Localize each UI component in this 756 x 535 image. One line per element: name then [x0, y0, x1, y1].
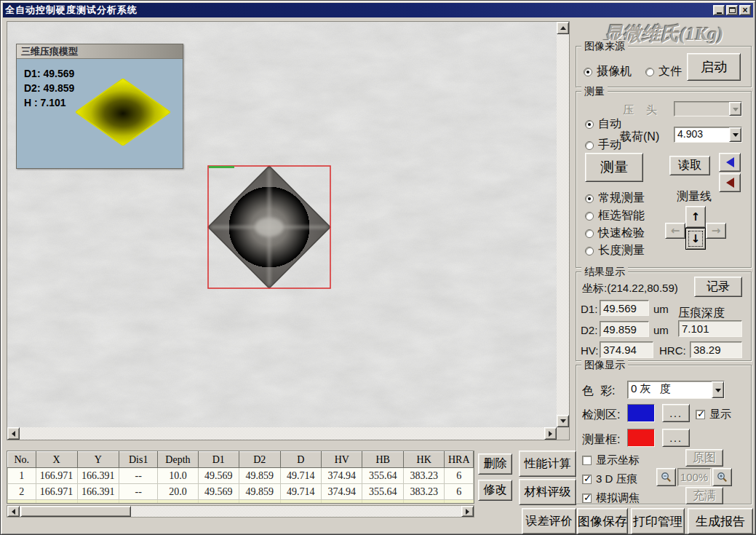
scroll-up-icon: [560, 26, 566, 30]
table-hscroll-thumb[interactable]: [20, 506, 131, 517]
radio-mode-length-label: 长度测量: [598, 243, 645, 258]
table-row[interactable]: 1166.971166.391--10.049.56949.85949.7143…: [8, 468, 474, 484]
d2-label: D2:: [581, 324, 597, 336]
radio-mode-box-smart[interactable]: 框选智能: [585, 208, 645, 223]
radio-camera[interactable]: 摄像机: [584, 64, 632, 79]
table-scroll-left-button[interactable]: [7, 506, 20, 517]
minimize-button[interactable]: [713, 5, 725, 15]
d1-field[interactable]: 49.569: [600, 300, 649, 316]
checkbox-3d-indent[interactable]: 3 D 压痕: [582, 472, 638, 486]
radio-file[interactable]: 文件: [645, 64, 682, 79]
column-header[interactable]: D: [280, 452, 321, 468]
measure-line-left-button[interactable]: ←: [665, 223, 685, 239]
measure-button[interactable]: 测量: [585, 153, 643, 182]
column-header[interactable]: X: [36, 452, 77, 468]
checkbox-show-coordinates[interactable]: 显示坐标: [582, 453, 640, 467]
group-results: 结果显示 坐标:(214.22,80.59) 记录 D1: 49.569 um …: [576, 272, 752, 361]
performance-calc-button[interactable]: 性能计算: [519, 451, 576, 477]
measure-line-up-button[interactable]: ↑: [685, 206, 706, 228]
image-hscroll-track[interactable]: [7, 427, 557, 440]
down-arrow-icon: ↓: [691, 232, 701, 245]
hv-label: HV:: [581, 344, 598, 357]
measure-line-down-button[interactable]: ↓: [685, 228, 706, 250]
indent-3d-panel-title[interactable]: 三维压痕模型: [17, 44, 183, 59]
column-header[interactable]: Depth: [158, 452, 198, 468]
print-manage-button[interactable]: 打印管理: [631, 508, 685, 534]
hrc-field[interactable]: 38.29: [690, 341, 742, 358]
group-results-legend: 结果显示: [581, 266, 628, 279]
scroll-left-button[interactable]: [7, 427, 20, 440]
depth-field[interactable]: 7.101: [678, 320, 742, 337]
measure-line-right-button[interactable]: →: [706, 223, 726, 239]
table-row[interactable]: 2166.971166.391--20.049.56949.85949.7143…: [8, 484, 474, 500]
checkbox-show-box: [696, 410, 705, 419]
radio-mode-normal[interactable]: 常规测量: [585, 191, 645, 206]
column-header[interactable]: HRA: [445, 452, 474, 468]
radio-mode-box-smart-label: 框选智能: [598, 208, 645, 223]
frame-color-swatch[interactable]: [627, 429, 655, 447]
checkbox-3d-indent-box: [582, 475, 592, 484]
scroll-right-button[interactable]: [544, 427, 557, 440]
back-button[interactable]: [719, 173, 741, 192]
detect-color-swatch[interactable]: [627, 404, 655, 422]
modify-button[interactable]: 修改: [478, 480, 512, 501]
image-vscrollbar: [557, 22, 569, 427]
radio-manual[interactable]: 手动: [585, 138, 621, 153]
radio-mode-quick-check[interactable]: 快速检验: [585, 226, 645, 241]
indent-3d-model: [76, 79, 170, 146]
generate-report-button[interactable]: 生成报告: [688, 508, 753, 534]
zoom-out-button[interactable]: [656, 468, 676, 486]
column-header[interactable]: Dis1: [119, 452, 157, 468]
d2-field[interactable]: 49.859: [600, 321, 649, 337]
delete-button[interactable]: 删除: [478, 453, 512, 475]
d1-label: D1:: [581, 303, 597, 315]
checkbox-show[interactable]: 显示: [696, 408, 731, 421]
scroll-down-button[interactable]: [557, 415, 569, 427]
radio-mode-length[interactable]: 长度测量: [585, 243, 645, 258]
record-button[interactable]: 记录: [694, 277, 742, 297]
error-eval-button[interactable]: 误差评价: [522, 508, 576, 534]
column-header[interactable]: D2: [239, 452, 280, 468]
hv-field[interactable]: 374.94: [600, 341, 653, 358]
maximize-button[interactable]: [726, 5, 738, 15]
zoom-in-button[interactable]: [712, 468, 732, 486]
load-dropdown-icon: [729, 127, 741, 142]
start-button[interactable]: 启动: [687, 53, 741, 81]
checkbox-simulate-focus[interactable]: 模拟调焦: [582, 491, 640, 505]
column-header[interactable]: HV: [322, 452, 362, 468]
column-header[interactable]: D1: [198, 452, 239, 468]
table-scroll-left-icon: [12, 509, 15, 515]
color-dropdown-icon: [712, 381, 724, 398]
close-button[interactable]: ×: [739, 5, 751, 15]
image-vscroll-track[interactable]: [557, 22, 569, 427]
column-header[interactable]: Y: [77, 452, 119, 468]
radio-mode-length-dot: [585, 247, 594, 255]
original-image-button[interactable]: 原图: [685, 449, 723, 467]
specimen-image[interactable]: 三维压痕模型 D1: 49.569 D2: 49.859 H : 7.101: [7, 22, 557, 427]
read-button[interactable]: 读取: [669, 156, 710, 175]
depth-label: 压痕深度: [678, 306, 725, 321]
save-image-button[interactable]: 图像保存: [577, 508, 628, 534]
fit-button[interactable]: 充满: [685, 487, 723, 504]
table-scroll-right-button[interactable]: [461, 506, 474, 517]
radio-auto-label: 自动: [598, 116, 621, 132]
blue-left-triangle-icon: [726, 157, 734, 167]
column-header[interactable]: HB: [362, 452, 403, 468]
color-value: 0 灰 度: [628, 381, 712, 398]
scroll-up-button[interactable]: [557, 22, 569, 34]
radio-file-dot: [645, 68, 654, 76]
radio-mode-normal-label: 常规测量: [598, 191, 645, 206]
detect-color-picker-button[interactable]: ...: [662, 404, 690, 422]
column-header[interactable]: No.: [8, 452, 36, 468]
overlay-d1-value: D1: 49.569: [24, 68, 74, 79]
radio-camera-dot: [584, 68, 592, 76]
frame-color-picker-button[interactable]: ...: [662, 429, 690, 447]
group-image-display-legend: 图像显示: [581, 359, 628, 372]
color-select[interactable]: 0 灰 度: [627, 381, 725, 399]
column-header[interactable]: HK: [403, 452, 444, 468]
load-select[interactable]: 4.903: [674, 127, 742, 143]
radio-manual-dot: [585, 141, 594, 150]
material-grade-button[interactable]: 材料评级: [519, 479, 576, 505]
radio-auto[interactable]: 自动: [585, 116, 621, 132]
prev-button[interactable]: [719, 153, 741, 172]
